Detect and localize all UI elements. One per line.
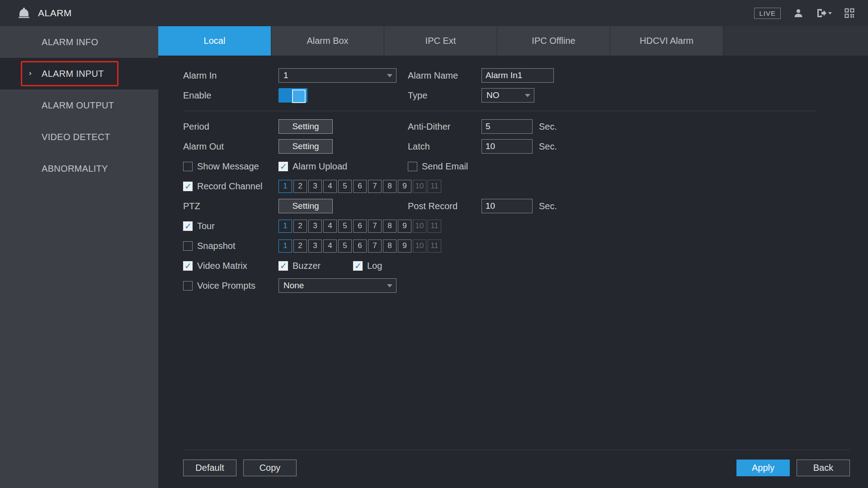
anti-dither-unit: Sec. [539,122,557,132]
sidebar-item-label: ABNORMALITY [42,164,108,174]
log-label: Log [367,261,382,271]
channel-1-cell[interactable]: 1 [278,220,292,233]
channel-8-cell[interactable]: 8 [383,220,396,233]
alarm-in-value: 1 [283,70,288,80]
type-value: NO [486,90,500,100]
channel-8-cell[interactable]: 8 [383,180,396,193]
latch-unit: Sec. [539,141,557,152]
tab-ipc-ext[interactable]: IPC Ext [384,26,497,56]
post-record-label: Post Record [408,201,481,211]
post-record-input[interactable] [481,199,533,213]
alarm-in-label: Alarm In [183,70,278,81]
logout-icon[interactable] [816,8,832,18]
qr-grid-icon[interactable] [844,8,854,18]
video-matrix-label: Video Matrix [197,261,247,271]
record-channel-checkbox[interactable]: Record Channel [183,181,278,192]
alarm-name-input[interactable] [481,68,554,83]
row-ptz: PTZ Setting Post Record Sec. [183,196,868,216]
channel-6-cell[interactable]: 6 [353,239,367,253]
latch-input[interactable] [481,139,533,154]
alarm-bell-icon [17,7,31,19]
show-message-label: Show Message [197,161,259,172]
tab-ipc-offline[interactable]: IPC Offline [497,26,610,56]
checkbox-box [278,261,288,271]
sidebar-item-alarm-input[interactable]: › ALARM INPUT [0,58,158,89]
video-matrix-checkbox[interactable]: Video Matrix [183,261,278,271]
channel-6-cell[interactable]: 6 [353,180,367,193]
tour-channel-selector: 1234567891011 [278,220,441,233]
channel-2-cell[interactable]: 2 [293,220,307,233]
channel-9-cell[interactable]: 9 [398,220,411,233]
channel-11-cell: 11 [428,180,441,193]
channel-4-cell[interactable]: 4 [323,239,337,253]
snapshot-channel-selector: 1234567891011 [278,239,441,253]
chevron-down-icon [525,94,530,97]
voice-prompts-value: None [283,281,304,291]
footer-bar: Default Copy Apply Back [183,460,850,476]
sidebar-item-label: VIDEO DETECT [42,132,110,142]
alarm-upload-label: Alarm Upload [292,161,347,172]
channel-10-cell: 10 [413,180,426,193]
anti-dither-input[interactable] [481,119,533,134]
enable-toggle[interactable] [278,88,307,103]
checkbox-box [183,221,193,231]
send-email-label: Send Email [422,161,468,172]
alarm-in-select[interactable]: 1 [278,68,396,83]
snapshot-checkbox[interactable]: Snapshot [183,241,278,251]
channel-7-cell[interactable]: 7 [368,220,382,233]
channel-2-cell[interactable]: 2 [293,239,307,253]
channel-6-cell[interactable]: 6 [353,220,367,233]
channel-11-cell: 11 [428,220,441,233]
apply-button[interactable]: Apply [736,460,790,476]
channel-1-cell[interactable]: 1 [278,180,292,193]
tab-alarm-box[interactable]: Alarm Box [271,26,384,56]
channel-8-cell[interactable]: 8 [383,239,396,253]
sidebar-item-alarm-output[interactable]: ALARM OUTPUT [0,89,158,121]
tab-hdcvi-alarm[interactable]: HDCVI Alarm [610,26,723,56]
channel-7-cell[interactable]: 7 [368,180,382,193]
default-button[interactable]: Default [183,460,236,476]
channel-3-cell[interactable]: 3 [308,180,322,193]
copy-button[interactable]: Copy [243,460,297,476]
row-outputs: Video Matrix Buzzer Log [183,256,868,276]
voice-prompts-select[interactable]: None [278,278,396,293]
sidebar-item-alarm-info[interactable]: ALARM INFO [0,26,158,58]
checkbox-box [183,241,193,251]
tab-local[interactable]: Local [158,26,271,56]
channel-4-cell[interactable]: 4 [323,220,337,233]
channel-1-cell[interactable]: 1 [278,239,292,253]
sidebar-item-abnormality[interactable]: ABNORMALITY [0,153,158,184]
channel-3-cell[interactable]: 3 [308,239,322,253]
channel-3-cell[interactable]: 3 [308,220,322,233]
post-record-unit: Sec. [539,201,557,211]
channel-7-cell[interactable]: 7 [368,239,382,253]
channel-5-cell[interactable]: 5 [338,239,352,253]
section-divider [183,111,817,111]
back-button[interactable]: Back [797,460,850,476]
ptz-label: PTZ [183,201,278,211]
channel-2-cell[interactable]: 2 [293,180,307,193]
channel-5-cell[interactable]: 5 [338,220,352,233]
channel-5-cell[interactable]: 5 [338,180,352,193]
row-notify-options: Show Message Alarm Upload Send Email [183,156,868,176]
period-setting-button[interactable]: Setting [278,119,333,134]
checkbox-box [183,162,193,171]
send-email-checkbox[interactable]: Send Email [408,161,468,172]
live-badge[interactable]: LIVE [754,8,781,19]
alarm-out-setting-button[interactable]: Setting [278,139,333,154]
log-checkbox[interactable]: Log [353,261,382,271]
show-message-checkbox[interactable]: Show Message [183,161,278,172]
user-icon[interactable] [793,8,803,18]
page-title: ALARM [38,8,72,19]
ptz-setting-button[interactable]: Setting [278,199,333,213]
channel-4-cell[interactable]: 4 [323,180,337,193]
buzzer-checkbox[interactable]: Buzzer [278,261,353,271]
tour-checkbox[interactable]: Tour [183,221,278,231]
channel-9-cell[interactable]: 9 [398,180,411,193]
channel-9-cell[interactable]: 9 [398,239,411,253]
type-select[interactable]: NO [481,88,534,103]
sidebar-item-label: ALARM INFO [42,37,98,47]
voice-prompts-checkbox[interactable]: Voice Prompts [183,281,278,291]
alarm-upload-checkbox[interactable]: Alarm Upload [278,161,408,172]
sidebar-item-video-detect[interactable]: VIDEO DETECT [0,121,158,153]
